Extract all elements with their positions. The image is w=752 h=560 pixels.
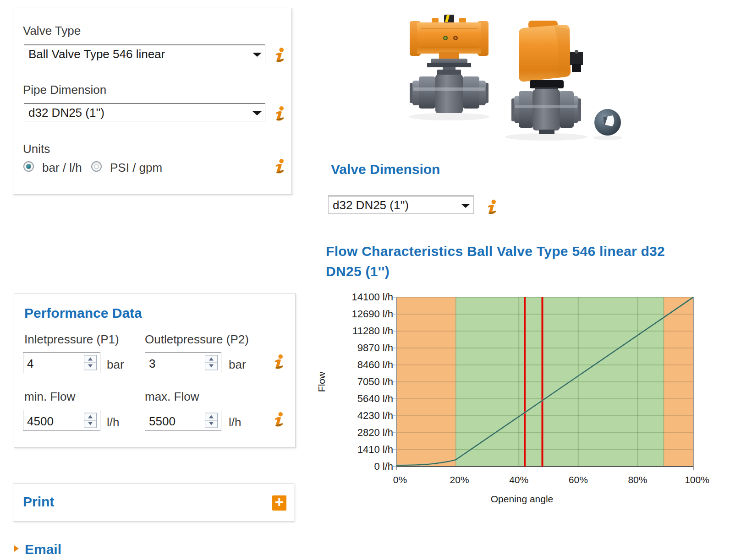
svg-text:1410 l/h: 1410 l/h bbox=[357, 444, 393, 455]
svg-text:4230 l/h: 4230 l/h bbox=[357, 410, 393, 421]
svg-text:100%: 100% bbox=[685, 474, 709, 485]
svg-text:14100 l/h: 14100 l/h bbox=[351, 291, 393, 303]
svg-text:0 l/h: 0 l/h bbox=[374, 461, 393, 472]
svg-text:12690 l/h: 12690 l/h bbox=[351, 308, 393, 320]
svg-text:Opening angle: Opening angle bbox=[491, 494, 554, 504]
svg-text:9870 l/h: 9870 l/h bbox=[357, 342, 393, 353]
svg-text:2820 l/h: 2820 l/h bbox=[357, 427, 393, 438]
svg-text:Flow: Flow bbox=[316, 371, 327, 392]
svg-text:7050 l/h: 7050 l/h bbox=[357, 376, 393, 387]
svg-text:8460 l/h: 8460 l/h bbox=[357, 359, 393, 370]
svg-text:20%: 20% bbox=[450, 474, 469, 485]
svg-text:11280 l/h: 11280 l/h bbox=[352, 325, 393, 337]
svg-text:60%: 60% bbox=[569, 474, 588, 485]
svg-text:0%: 0% bbox=[393, 474, 407, 485]
svg-text:5640 l/h: 5640 l/h bbox=[357, 393, 393, 404]
svg-text:80%: 80% bbox=[628, 474, 647, 485]
svg-text:40%: 40% bbox=[509, 474, 528, 485]
